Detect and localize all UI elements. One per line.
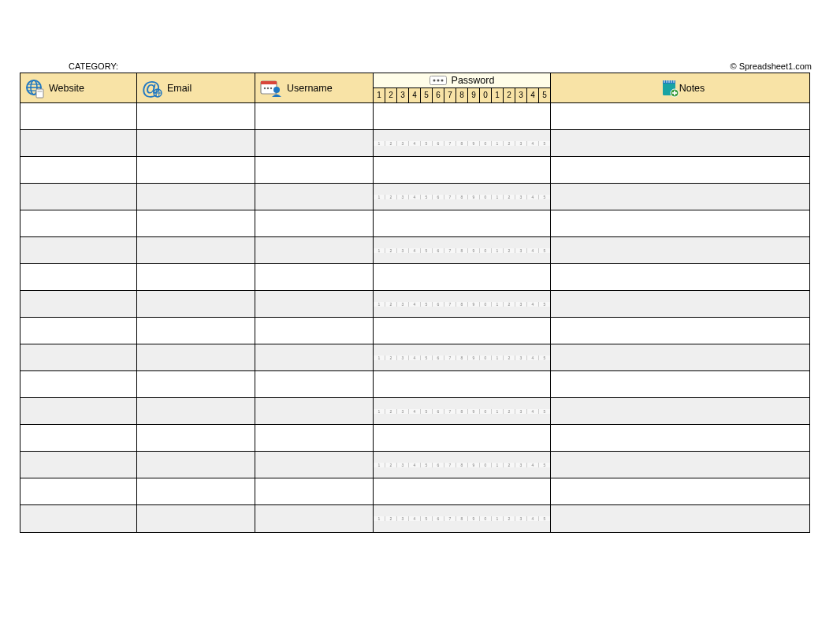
pw-subcell[interactable]: 6 [433, 141, 444, 146]
pw-subcell[interactable]: 2 [504, 409, 515, 414]
cell-password[interactable] [374, 103, 551, 129]
cell-email[interactable] [137, 130, 255, 156]
pw-subcell[interactable]: 3 [397, 516, 409, 521]
cell-website[interactable] [20, 505, 137, 532]
pw-subcell[interactable]: 7 [444, 302, 456, 307]
cell-username[interactable] [255, 130, 374, 156]
cell-password[interactable] [374, 371, 551, 397]
cell-website[interactable] [20, 210, 137, 236]
pw-subcell[interactable]: 7 [444, 141, 456, 146]
pw-subcell[interactable]: 3 [515, 356, 527, 360]
pw-subcell[interactable]: 9 [468, 463, 480, 467]
pw-subcell[interactable]: 4 [527, 141, 539, 146]
pw-subcell[interactable]: 5 [539, 463, 550, 467]
pw-subcell[interactable]: 1 [492, 463, 504, 467]
pw-subcell[interactable]: 3 [397, 248, 409, 253]
cell-website[interactable] [20, 425, 137, 451]
pw-subcell[interactable]: 4 [527, 195, 539, 199]
pw-subcell[interactable]: 4 [527, 302, 539, 307]
pw-subcell[interactable]: 7 [444, 356, 456, 360]
cell-email[interactable] [137, 371, 255, 397]
pw-subcell[interactable]: 8 [456, 141, 468, 146]
pw-subcell[interactable]: 1 [492, 516, 504, 521]
cell-website[interactable] [20, 157, 137, 183]
cell-notes[interactable] [551, 237, 809, 263]
cell-username[interactable] [255, 103, 374, 129]
pw-subcell[interactable]: 7 [444, 463, 456, 467]
cell-notes[interactable] [551, 478, 809, 504]
pw-subcell[interactable]: 2 [385, 141, 397, 146]
cell-notes[interactable] [551, 210, 809, 236]
pw-subcell[interactable]: 1 [492, 409, 504, 414]
cell-password[interactable] [374, 318, 551, 344]
cell-notes[interactable] [551, 425, 809, 451]
pw-subcell[interactable]: 4 [409, 302, 421, 307]
pw-subcell[interactable]: 9 [468, 141, 480, 146]
pw-subcell[interactable]: 7 [444, 409, 456, 414]
pw-subcell[interactable]: 6 [433, 516, 444, 521]
cell-email[interactable] [137, 478, 255, 504]
cell-password[interactable] [374, 157, 551, 183]
cell-notes[interactable] [551, 103, 809, 129]
pw-subcell[interactable]: 2 [385, 463, 397, 467]
pw-subcell[interactable]: 8 [456, 302, 468, 307]
pw-subcell[interactable]: 9 [468, 302, 480, 307]
cell-password[interactable]: 123456789012345 [374, 398, 551, 424]
pw-subcell[interactable]: 8 [456, 195, 468, 199]
cell-notes[interactable] [551, 184, 809, 210]
pw-subcell[interactable]: 4 [409, 248, 421, 253]
pw-subcell[interactable]: 4 [527, 356, 539, 360]
cell-username[interactable] [255, 157, 374, 183]
cell-notes[interactable] [551, 452, 809, 478]
pw-subcell[interactable]: 4 [409, 516, 421, 521]
pw-subcell[interactable]: 2 [504, 195, 515, 199]
pw-subcell[interactable]: 3 [515, 248, 527, 253]
cell-website[interactable] [20, 344, 137, 370]
pw-subcell[interactable]: 0 [480, 409, 492, 414]
cell-website[interactable] [20, 291, 137, 317]
pw-subcell[interactable]: 3 [515, 141, 527, 146]
cell-password[interactable] [374, 264, 551, 290]
pw-subcell[interactable]: 3 [397, 302, 409, 307]
cell-username[interactable] [255, 264, 374, 290]
cell-website[interactable] [20, 452, 137, 478]
pw-subcell[interactable]: 9 [468, 248, 480, 253]
pw-subcell[interactable]: 6 [433, 409, 444, 414]
pw-subcell[interactable]: 4 [409, 463, 421, 467]
cell-notes[interactable] [551, 318, 809, 344]
pw-subcell[interactable]: 3 [397, 356, 409, 360]
cell-username[interactable] [255, 184, 374, 210]
pw-subcell[interactable]: 5 [421, 516, 433, 521]
cell-email[interactable] [137, 237, 255, 263]
pw-subcell[interactable]: 2 [385, 356, 397, 360]
cell-website[interactable] [20, 130, 137, 156]
pw-subcell[interactable]: 4 [409, 409, 421, 414]
pw-subcell[interactable]: 5 [539, 516, 550, 521]
pw-subcell[interactable]: 0 [480, 463, 492, 467]
pw-subcell[interactable]: 3 [397, 195, 409, 199]
cell-website[interactable] [20, 398, 137, 424]
cell-password[interactable] [374, 425, 551, 451]
pw-subcell[interactable]: 9 [468, 195, 480, 199]
cell-website[interactable] [20, 371, 137, 397]
pw-subcell[interactable]: 9 [468, 356, 480, 360]
pw-subcell[interactable]: 1 [374, 248, 385, 253]
pw-subcell[interactable]: 5 [539, 409, 550, 414]
pw-subcell[interactable]: 8 [456, 516, 468, 521]
pw-subcell[interactable]: 8 [456, 356, 468, 360]
cell-username[interactable] [255, 291, 374, 317]
cell-password[interactable]: 123456789012345 [374, 344, 551, 370]
cell-email[interactable] [137, 103, 255, 129]
pw-subcell[interactable]: 5 [421, 463, 433, 467]
pw-subcell[interactable]: 1 [374, 356, 385, 360]
pw-subcell[interactable]: 7 [444, 195, 456, 199]
cell-notes[interactable] [551, 344, 809, 370]
pw-subcell[interactable]: 2 [504, 141, 515, 146]
pw-subcell[interactable]: 3 [397, 409, 409, 414]
pw-subcell[interactable]: 3 [397, 463, 409, 467]
pw-subcell[interactable]: 0 [480, 516, 492, 521]
cell-email[interactable] [137, 210, 255, 236]
pw-subcell[interactable]: 2 [504, 302, 515, 307]
cell-username[interactable] [255, 425, 374, 451]
pw-subcell[interactable]: 6 [433, 195, 444, 199]
